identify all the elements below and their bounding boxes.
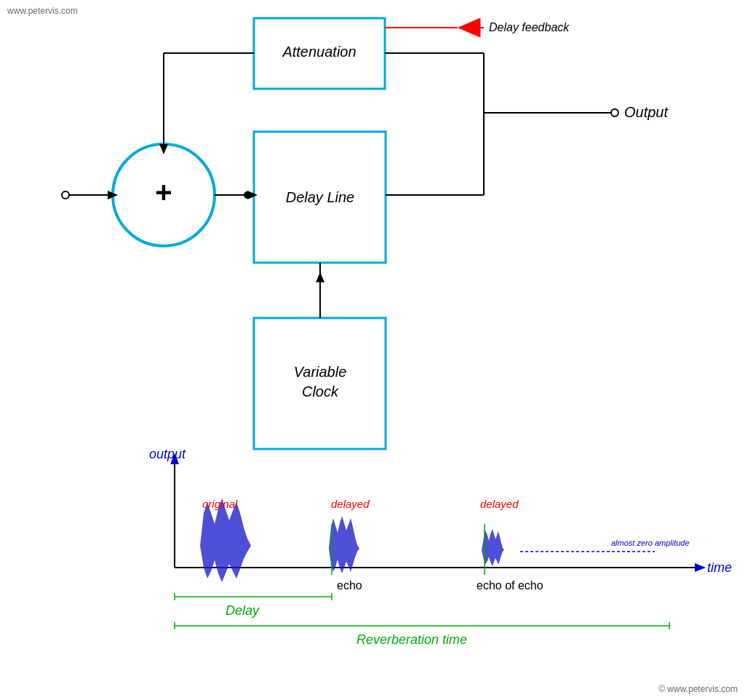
svg-text:Attenuation: Attenuation [282, 44, 356, 60]
svg-text:echo of echo: echo of echo [477, 579, 543, 592]
svg-text:Reverberation time: Reverberation time [356, 632, 467, 647]
svg-text:output: output [149, 447, 186, 461]
svg-text:+: + [155, 176, 172, 208]
svg-text:Delay feedback: Delay feedback [489, 21, 570, 33]
diagram-svg: Attenuation Delay Line Variable Clock + … [0, 0, 745, 700]
svg-text:Variable: Variable [294, 364, 347, 380]
svg-text:Clock: Clock [302, 383, 339, 399]
svg-text:delayed: delayed [480, 498, 519, 510]
svg-text:time: time [707, 560, 732, 575]
svg-marker-41 [329, 516, 359, 549]
svg-text:Delay Line: Delay Line [286, 189, 355, 205]
svg-marker-40 [200, 546, 251, 582]
svg-text:echo: echo [337, 579, 362, 592]
svg-text:delayed: delayed [331, 498, 370, 510]
svg-text:almost zero amplitude: almost zero amplitude [611, 538, 690, 547]
svg-marker-42 [329, 549, 359, 573]
svg-text:Delay: Delay [226, 603, 260, 618]
svg-text:original: original [202, 498, 238, 510]
svg-text:Output: Output [624, 104, 669, 120]
svg-point-19 [611, 109, 618, 116]
svg-marker-35 [695, 563, 706, 572]
svg-point-9 [62, 191, 69, 199]
